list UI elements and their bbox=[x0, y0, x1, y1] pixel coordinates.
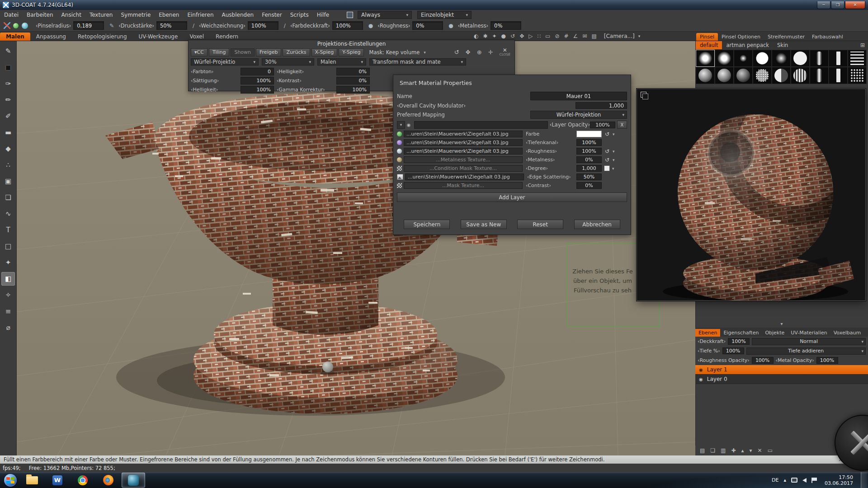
brush-preset[interactable] bbox=[791, 50, 810, 67]
gamma-input[interactable]: 100% bbox=[336, 86, 370, 94]
smoothing-input[interactable]: 100% bbox=[248, 21, 278, 30]
reset-button[interactable]: Reset bbox=[517, 220, 563, 229]
menu-symmetrie[interactable]: Symmetrie bbox=[117, 12, 155, 18]
color-texture-path[interactable]: ...uren\Stein\Mauerwerk\Ziegel\alt 03.jp… bbox=[404, 131, 523, 137]
layer-remove-button[interactable]: X bbox=[617, 121, 627, 129]
sharpen-icon[interactable]: ✱ bbox=[483, 33, 487, 39]
brush-preset[interactable] bbox=[753, 67, 772, 84]
tray-expand-icon[interactable]: ▴ bbox=[783, 477, 786, 483]
move-icon[interactable]: ✥ bbox=[519, 33, 524, 39]
always-dropdown[interactable]: Always ▾ bbox=[358, 11, 412, 19]
pressure-input[interactable]: 50% bbox=[156, 21, 187, 30]
tab-ebenen[interactable]: Ebenen bbox=[695, 329, 720, 337]
volume-icon[interactable] bbox=[802, 478, 807, 483]
helligkeit-input[interactable]: 0% bbox=[336, 68, 370, 75]
brush-preset[interactable] bbox=[810, 67, 829, 84]
tab-uv-werkzeuge[interactable]: UV-Werkzeuge bbox=[133, 33, 184, 41]
contrast-icon[interactable]: ◐ bbox=[474, 33, 478, 39]
play-icon[interactable]: ▷ bbox=[528, 33, 533, 39]
helligkeit2-input[interactable]: 100% bbox=[241, 86, 274, 94]
speichern-button[interactable]: Speichern bbox=[404, 220, 450, 229]
metalness-texture-slot[interactable]: ...Metalness Texture... bbox=[404, 156, 523, 163]
tab-uv-materialien[interactable]: UV-Materialien bbox=[788, 329, 830, 337]
layer-strip[interactable] bbox=[414, 121, 548, 129]
kontrast-input[interactable]: 0% bbox=[336, 77, 370, 84]
shown-button[interactable]: Shown bbox=[231, 48, 255, 56]
stamp-tool[interactable]: ▣ bbox=[1, 174, 15, 188]
green-sphere-icon[interactable] bbox=[13, 23, 19, 28]
x-spiegeln-button[interactable]: X-Spieg bbox=[311, 48, 338, 56]
save-as-new-button[interactable]: Save as New bbox=[461, 220, 507, 229]
polish-tool[interactable]: ◆ bbox=[1, 142, 15, 155]
add-layer-button[interactable]: Add Layer bbox=[397, 192, 627, 202]
edge-scattering-input[interactable]: 50% bbox=[576, 174, 602, 180]
menu-barbeiten[interactable]: Barbeiten bbox=[23, 12, 57, 18]
stack-icon[interactable] bbox=[641, 92, 646, 98]
condition-mask-slot[interactable]: ...Condition Mask Texture... bbox=[404, 165, 523, 172]
always-checkbox[interactable] bbox=[347, 12, 353, 18]
tab-pinsel-optionen[interactable]: Pinsel Optionen bbox=[718, 33, 764, 41]
brush-tool[interactable]: ✑ bbox=[1, 77, 15, 90]
depth-texture-path[interactable]: ...uren\Stein\Mauerwerk\Ziegel\alt 03.jp… bbox=[404, 139, 523, 146]
tab-skin[interactable]: Skin bbox=[773, 41, 792, 49]
pick-tool[interactable]: ✧ bbox=[1, 288, 15, 302]
rotate-icon[interactable]: ↺ bbox=[510, 33, 515, 39]
text-tool[interactable]: T bbox=[1, 223, 15, 237]
saettigung-input[interactable]: 100% bbox=[241, 77, 274, 84]
farbton-input[interactable]: 0 bbox=[241, 68, 274, 75]
language-indicator[interactable]: DE bbox=[772, 477, 778, 483]
brush-preset[interactable] bbox=[734, 67, 753, 84]
color-opacity-input[interactable]: 100% bbox=[332, 21, 363, 30]
menu-texturen[interactable]: Texturen bbox=[85, 12, 117, 18]
tab-retopologisierung[interactable]: Retopologisierung bbox=[72, 33, 133, 41]
brush-preset[interactable] bbox=[772, 50, 791, 67]
eye-icon[interactable]: ◉ bbox=[699, 377, 703, 382]
collapse-arrow-icon[interactable]: ▾ bbox=[695, 321, 868, 328]
frame-icon[interactable]: ▭ bbox=[545, 33, 550, 39]
layer-opacity-input[interactable]: 100% bbox=[590, 122, 615, 128]
material-preview-panel[interactable] bbox=[637, 89, 866, 301]
tab-default[interactable]: default bbox=[696, 41, 722, 49]
brush-preset[interactable] bbox=[696, 67, 715, 84]
color-swatch-tool[interactable]: ◼ bbox=[1, 61, 15, 74]
move-up-icon[interactable]: ▴ bbox=[741, 447, 744, 454]
forbid-icon[interactable]: ⊘ bbox=[555, 33, 559, 39]
menu-einfrieren[interactable]: Einfrieren bbox=[183, 12, 217, 18]
mapping-dropdown[interactable]: Würfel-Projektion ▾ bbox=[530, 111, 627, 119]
mask-mode-dropdown[interactable]: Mask: Keep volume ▾ bbox=[369, 49, 425, 56]
menu-datei[interactable]: Datei bbox=[0, 12, 23, 18]
tab-voxelbaum[interactable]: Voxelbaum bbox=[830, 329, 864, 337]
brush-preset[interactable] bbox=[715, 67, 734, 84]
taskbar-word[interactable]: W bbox=[46, 473, 69, 488]
add-icon[interactable]: ✚ bbox=[731, 447, 736, 454]
tab-pinsel[interactable]: Pinsel bbox=[696, 33, 718, 41]
menu-scripts[interactable]: Scripts bbox=[286, 12, 313, 18]
tiefenkanal-input[interactable]: 100% bbox=[576, 139, 602, 146]
pencil-tool[interactable]: ✏ bbox=[1, 93, 15, 107]
undo-icon[interactable]: ↺ bbox=[604, 131, 610, 137]
brush-preset[interactable] bbox=[848, 67, 867, 84]
menu-ansicht[interactable]: Ansicht bbox=[57, 12, 85, 18]
projection-type-dropdown[interactable]: Würfel-Projektio ▾ bbox=[191, 58, 259, 66]
tab-eigenschaften[interactable]: Eigenschaften bbox=[720, 329, 762, 337]
fill-tool[interactable]: ◧ bbox=[1, 272, 15, 286]
transform-mask-dropdown[interactable]: Transform mask and mate ▾ bbox=[369, 58, 466, 66]
brush-preset[interactable] bbox=[715, 50, 734, 67]
close-button[interactable]: ✕ bbox=[845, 1, 865, 9]
brush-preset[interactable] bbox=[696, 50, 715, 67]
menu-ausblenden[interactable]: Ausblenden bbox=[218, 12, 258, 18]
brush-preset[interactable] bbox=[753, 50, 772, 67]
pen-tool[interactable]: ✎ bbox=[1, 44, 15, 58]
new-layer-icon[interactable]: ▤ bbox=[700, 447, 705, 454]
move-icon[interactable]: ✥ bbox=[466, 49, 471, 56]
chevron-down-icon[interactable]: ▾ bbox=[612, 166, 614, 171]
blend-mode-dropdown[interactable]: Normal ▾ bbox=[752, 338, 866, 345]
undo-icon[interactable]: ↺ bbox=[604, 148, 610, 155]
folder-icon[interactable]: ▭ bbox=[768, 447, 773, 454]
mail-icon[interactable]: ✉ bbox=[582, 33, 587, 39]
measure-tool[interactable]: ⌀ bbox=[1, 321, 15, 334]
depth-mode-dropdown[interactable]: Tiefe addieren ▾ bbox=[746, 347, 866, 355]
camera-dropdown[interactable]: [Camera...] ▾ bbox=[604, 33, 640, 39]
grid-view-icon[interactable]: ⊞ bbox=[860, 42, 868, 48]
delete-layer-icon[interactable]: ✕ bbox=[758, 447, 762, 454]
